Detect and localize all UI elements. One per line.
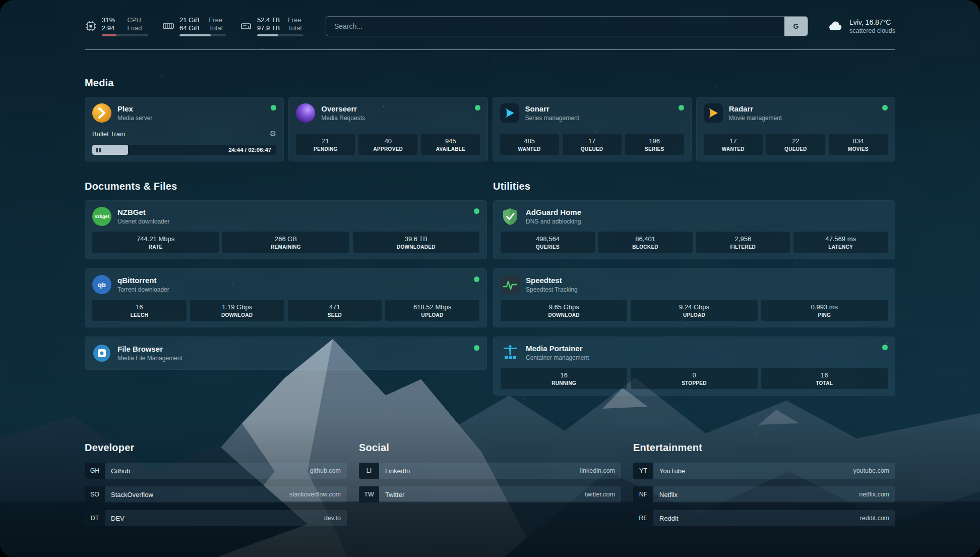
bookmark-name: Twitter (385, 491, 404, 498)
service-card-speedtest[interactable]: Speedtest Speedtest Tracking 9.65 Gbps D… (493, 268, 895, 327)
plex-player[interactable]: 24:44 / 02:06:47 (92, 145, 276, 155)
bookmark-abbr: NF (633, 486, 653, 503)
service-subtitle: Media Requests (321, 115, 468, 122)
stat-value: 498,564 (503, 235, 593, 243)
bookmark-domain: github.com (310, 467, 341, 474)
stat-value: 22 (768, 137, 823, 145)
bookmark-reddit[interactable]: RE Reddit reddit.com (633, 510, 895, 526)
bookmark-twitter[interactable]: TW Twitter twitter.com (359, 486, 621, 503)
stat-box: 2,956 FILTERED (696, 232, 790, 253)
stat-label: FILTERED (698, 244, 788, 250)
bookmark-youtube[interactable]: YT YouTube youtube.com (633, 463, 895, 479)
weather-condition: scattered clouds (849, 27, 895, 34)
stat-label: QUEUED (768, 146, 823, 152)
status-dot (882, 345, 888, 350)
search-provider-button[interactable]: G (784, 17, 808, 36)
documents-column: Documents & Files nzbget NZBGet Usenet d… (85, 158, 487, 405)
stat-value: 16 (763, 371, 886, 379)
radarr-icon (704, 103, 723, 123)
stat-label: SEED (290, 312, 380, 318)
status-dot (474, 345, 479, 351)
bookmark-stackoverflow[interactable]: SO StackOverflow stackoverflow.com (85, 486, 347, 503)
service-card-radarr[interactable]: Radarr Movie management 17 WANTED 22 QUE… (696, 97, 895, 161)
memory-free: 21 GiB (179, 16, 203, 24)
stat-box: 471 SEED (288, 300, 382, 321)
stat-box: 40 APPROVED (358, 134, 417, 155)
stat-value: 744.21 Mbps (94, 235, 217, 243)
bookmark-github[interactable]: GH Github github.com (85, 463, 347, 479)
stat-value: 2,956 (698, 235, 788, 243)
stat-box: 39.6 TB DOWNLOADED (353, 232, 479, 253)
bookmark-name: Reddit (659, 515, 679, 522)
stat-box: 16 TOTAL (761, 368, 888, 389)
bookmark-netflix[interactable]: NF Netflix netflix.com (633, 486, 895, 503)
stat-label: MOVIES (831, 146, 886, 152)
stat-box: 744.21 Mbps RATE (92, 232, 219, 253)
bookmark-abbr: DT (85, 510, 105, 526)
stat-label: QUEUED (565, 146, 620, 152)
pause-button[interactable] (96, 148, 101, 152)
service-card-adguard[interactable]: AdGuard Home DNS and adblocking 498,564 … (493, 200, 895, 259)
bookmark-linkedin[interactable]: LI LinkedIn linkedin.com (359, 463, 621, 479)
service-subtitle: Media File Management (117, 355, 468, 362)
service-card-nzbget[interactable]: nzbget NZBGet Usenet downloader 744.21 M… (85, 200, 487, 259)
sonarr-icon (500, 103, 519, 123)
bookmark-name: StackOverflow (111, 491, 153, 498)
service-card-plex[interactable]: Plex Media server Bullet Train ⚙ 24:44 /… (85, 97, 284, 161)
stat-label: DOWNLOADED (355, 244, 477, 250)
service-card-qbittorrent[interactable]: qb qBittorrent Torrent downloader 16 LEE… (85, 268, 487, 327)
gear-icon[interactable]: ⚙ (270, 129, 276, 138)
bookmark-abbr: RE (633, 510, 653, 526)
dashboard: 31% CPU 2.94 Load (0, 0, 980, 557)
bookmark-dev[interactable]: DT DEV dev.to (85, 510, 347, 526)
stat-value: 16 (503, 371, 625, 379)
stat-value: 39.6 TB (355, 235, 477, 243)
qbittorrent-icon: qb (92, 275, 111, 294)
service-name: Overseerr (321, 104, 468, 114)
search-bar: G (326, 16, 808, 36)
bookmark-domain: stackoverflow.com (289, 491, 341, 498)
service-name: Radarr (729, 104, 876, 114)
bookmark-abbr: GH (85, 463, 105, 479)
search-input[interactable] (326, 17, 784, 36)
service-name: Sonarr (525, 104, 672, 114)
cpu-label-bottom: Load (128, 24, 148, 32)
stat-box: 86,401 BLOCKED (598, 232, 693, 253)
status-dot (474, 276, 479, 282)
disk-icon (240, 20, 252, 32)
service-card-portainer[interactable]: Media Portainer Container management 16 … (493, 337, 895, 396)
stat-label: PENDING (298, 146, 353, 152)
service-subtitle: Movie management (729, 115, 876, 122)
stat-box: 22 QUEUED (766, 134, 825, 155)
bookmark-name: LinkedIn (385, 467, 410, 475)
bookmark-domain: netflix.com (859, 491, 889, 498)
bookmark-name: YouTube (659, 467, 685, 475)
bookmark-domain: youtube.com (853, 467, 889, 474)
memory-monitor: 21 GiB Free 64 GiB Total (162, 16, 226, 36)
bookmark-name: Github (111, 467, 130, 475)
service-card-filebrowser[interactable]: File Browser Media File Management (85, 337, 487, 370)
stat-value: 834 (831, 137, 886, 145)
stat-box: 834 MOVIES (829, 134, 888, 155)
disk-monitor: 52.4 TB Free 97.9 TB Total (240, 16, 303, 36)
bookmark-abbr: LI (359, 463, 379, 479)
weather-widget: Lviv, 16.87°C scattered clouds (826, 18, 895, 34)
stat-value: 0.993 ms (763, 303, 886, 311)
stat-box: 17 QUEUED (563, 134, 622, 155)
stat-box: 16 RUNNING (501, 368, 627, 389)
stat-box: 9.24 Gbps UPLOAD (631, 300, 757, 321)
header-divider (85, 49, 895, 50)
stat-label: REMAINING (224, 244, 347, 250)
stat-box: 9.65 Gbps DOWNLOAD (501, 300, 627, 321)
cpu-monitor: 31% CPU 2.94 Load (85, 16, 148, 36)
bookmark-abbr: TW (359, 486, 379, 503)
service-card-overseerr[interactable]: Overseerr Media Requests 21 PENDING 40 A… (288, 97, 487, 161)
stat-value: 40 (360, 137, 415, 145)
nzbget-icon: nzbget (92, 207, 111, 226)
service-card-sonarr[interactable]: Sonarr Series management 485 WANTED 17 Q… (493, 97, 692, 161)
stat-label: QUERIES (503, 244, 593, 250)
cpu-percent: 31% (102, 16, 121, 24)
stat-label: PING (763, 312, 886, 318)
stat-label: RUNNING (503, 380, 625, 386)
disk-label-top: Free (288, 16, 303, 24)
